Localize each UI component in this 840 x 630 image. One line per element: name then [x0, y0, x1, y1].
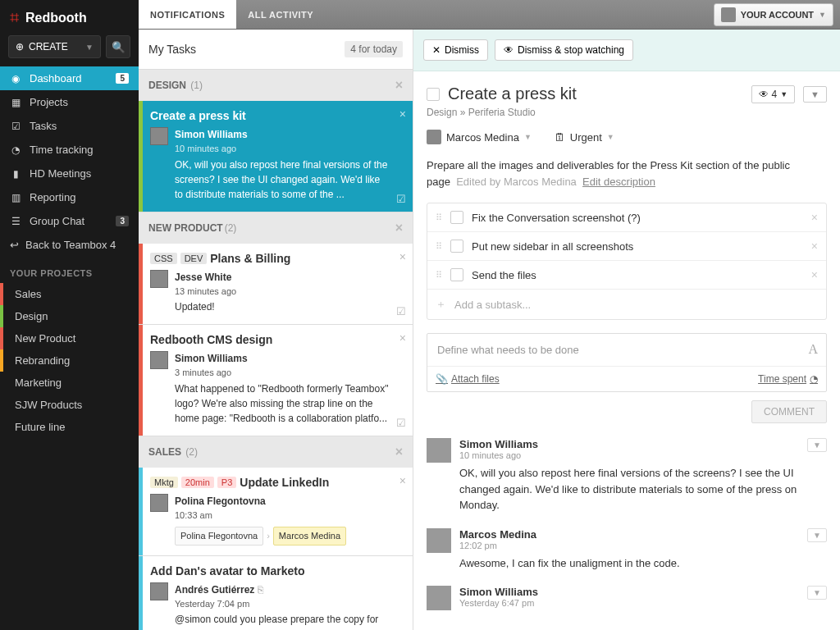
comment-button[interactable]: COMMENT — [751, 400, 827, 423]
close-icon[interactable]: × — [399, 250, 406, 263]
thread-time: 10 minutes ago — [459, 450, 799, 460]
back-link[interactable]: ↩Back to Teambox 4 — [0, 233, 139, 257]
create-button[interactable]: ⊕ CREATE ▼ — [8, 35, 101, 58]
subtask-text: Put new sidebar in all screenshots — [472, 240, 633, 253]
tag: DEV — [180, 253, 208, 264]
close-icon[interactable]: × — [399, 474, 406, 487]
project-newproduct[interactable]: New Product — [0, 327, 139, 349]
avatar — [150, 494, 168, 512]
add-subtask-row[interactable]: ＋Add a subtask... — [427, 290, 826, 319]
chevron-down-icon: ▼ — [819, 11, 826, 19]
link-icon: ⎘ — [258, 584, 263, 596]
check-icon[interactable]: ☑ — [396, 193, 406, 205]
tab-notifications[interactable]: NOTIFICATIONS — [139, 0, 236, 29]
delete-icon[interactable]: × — [811, 211, 818, 224]
drag-icon[interactable]: ⠿ — [436, 241, 442, 252]
logo-text: Redbooth — [25, 11, 87, 25]
project-sjw[interactable]: SJW Products — [0, 394, 139, 416]
check-icon[interactable]: ☑ — [396, 305, 406, 317]
chevron-down-icon: ▼ — [85, 43, 94, 52]
subtask-checkbox[interactable] — [450, 211, 463, 224]
btn-label: Dismiss — [445, 44, 479, 56]
dismiss-stop-button[interactable]: 👁Dismiss & stop watching — [495, 39, 633, 61]
font-icon[interactable]: A — [808, 342, 818, 357]
section-count: (2) — [185, 446, 198, 458]
sidebar-item-projects[interactable]: ▦Projects — [0, 90, 139, 114]
project-future[interactable]: Future line — [0, 416, 139, 438]
description: Prepare all the images and deliverables … — [427, 158, 827, 189]
assignee-picker[interactable]: Marcos Medina▼ — [427, 130, 532, 144]
sidebar-item-groupchat[interactable]: ☰Group Chat3 — [0, 209, 139, 233]
subtask-row[interactable]: ⠿Put new sidebar in all screenshots× — [427, 232, 826, 261]
thread-menu[interactable]: ▼ — [807, 586, 827, 600]
account-button[interactable]: YOUR ACCOUNT ▼ — [714, 3, 833, 26]
task-checkbox[interactable] — [427, 88, 440, 101]
watchers-button[interactable]: 👁4▼ — [751, 85, 796, 103]
project-design[interactable]: Design — [0, 305, 139, 327]
sidebar-item-tasks[interactable]: ☑Tasks — [0, 114, 139, 138]
close-icon[interactable]: × — [395, 78, 403, 93]
avatar — [427, 586, 451, 610]
task-time: 13 minutes ago — [175, 285, 236, 299]
delete-icon[interactable]: × — [811, 240, 818, 253]
project-rebranding[interactable]: Rebranding — [0, 349, 139, 372]
chat-icon: ☰ — [10, 216, 21, 227]
close-icon[interactable]: × — [395, 221, 403, 235]
section-newproduct: NEW PRODUCT(2)× — [139, 212, 413, 244]
due-picker[interactable]: 🗓Urgent▼ — [555, 131, 614, 144]
sidebar-item-time[interactable]: ◔Time tracking — [0, 138, 139, 162]
logo[interactable]: ⌗ Redbooth — [0, 0, 139, 35]
sidebar-item-hd[interactable]: ▮HD Meetings — [0, 162, 139, 185]
more-button[interactable]: ▼ — [803, 86, 827, 103]
subtask-row[interactable]: ⠿Fix the Conversation screenshot (?)× — [427, 203, 826, 232]
task-card-press[interactable]: Create a press kit × Simon Williams 10 m… — [139, 101, 413, 212]
avatar — [427, 438, 451, 463]
thread-menu[interactable]: ▼ — [807, 528, 827, 542]
paperclip-icon: 📎 — [436, 373, 448, 385]
sidebar-item-reporting[interactable]: ▥Reporting — [0, 185, 139, 209]
task-card-dan[interactable]: Add Dan's avatar to Marketo Andrés Gutié… — [139, 556, 413, 631]
task-title: Create a press kit — [150, 109, 390, 122]
chevron-down-icon: ▼ — [607, 133, 614, 141]
drag-icon[interactable]: ⠿ — [436, 270, 442, 281]
due-label: Urgent — [570, 131, 602, 144]
edit-description-link[interactable]: Edit description — [582, 176, 655, 188]
chevron-down-icon: ▼ — [524, 133, 532, 141]
check-icon[interactable]: ☑ — [396, 417, 406, 429]
add-subtask-label: Add a subtask... — [454, 299, 531, 311]
project-marketing[interactable]: Marketing — [0, 372, 139, 394]
delete-icon[interactable]: × — [811, 268, 818, 281]
crumb[interactable]: Design — [427, 107, 457, 118]
time-spent-link[interactable]: Time spent◔ — [758, 373, 818, 385]
search-button[interactable]: 🔍 — [106, 35, 130, 58]
task-author: Polina Flegontovna — [175, 494, 346, 509]
close-icon[interactable]: × — [399, 331, 406, 345]
close-icon[interactable]: × — [399, 107, 406, 121]
subtask-checkbox[interactable] — [450, 268, 463, 281]
attach-files-link[interactable]: 📎Attach files — [436, 373, 500, 385]
close-icon: ✕ — [432, 44, 441, 56]
badge: 5 — [116, 73, 129, 84]
crumb[interactable]: Periferia Studio — [468, 107, 536, 118]
dismiss-button[interactable]: ✕Dismiss — [423, 39, 488, 61]
subtask-row[interactable]: ⠿Send the files× — [427, 261, 826, 290]
close-icon[interactable]: × — [395, 445, 403, 459]
eye-icon: 👁 — [759, 89, 769, 100]
comment-input[interactable]: Define what needs to be doneA — [427, 334, 826, 366]
project-sales[interactable]: Sales — [0, 283, 139, 305]
mytasks-header: My Tasks 4 for today — [139, 30, 413, 70]
task-author: Jesse White — [175, 270, 236, 285]
task-card-plans[interactable]: CSSDEVPlans & Billing × Jesse White13 mi… — [139, 244, 413, 326]
comment-box: Define what needs to be doneA 📎Attach fi… — [427, 333, 827, 392]
edited-by: Edited by Marcos Medina — [456, 176, 577, 188]
tab-allactivity[interactable]: ALL ACTIVITY — [236, 0, 325, 29]
task-card-linkedin[interactable]: Mktg20minP3Update LinkedIn × Polina Fleg… — [139, 468, 413, 556]
sidebar-item-dashboard[interactable]: ◉ Dashboard 5 — [0, 66, 139, 90]
subtask-text: Fix the Conversation screenshot (?) — [472, 212, 641, 224]
subtask-checkbox[interactable] — [450, 240, 463, 253]
assignee-name: Marcos Medina — [446, 131, 519, 144]
avatar — [150, 270, 168, 288]
thread-menu[interactable]: ▼ — [807, 438, 827, 452]
drag-icon[interactable]: ⠿ — [436, 212, 442, 223]
task-card-cms[interactable]: Redbooth CMS design × Simon Williams3 mi… — [139, 325, 413, 436]
